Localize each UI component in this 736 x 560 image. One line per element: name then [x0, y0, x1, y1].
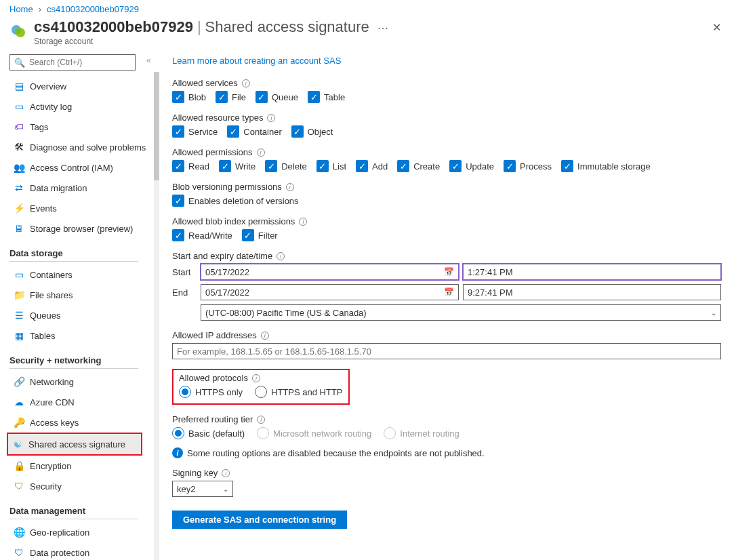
sidebar-item-file-shares[interactable]: 📁File shares — [9, 285, 156, 305]
blob-index-label: Allowed blob index permissions — [172, 216, 295, 226]
scrollbar-track[interactable] — [154, 72, 159, 560]
info-icon[interactable]: i — [222, 469, 230, 477]
sidebar-item-tags[interactable]: 🏷Tags — [9, 117, 156, 137]
info-icon[interactable]: i — [299, 218, 307, 226]
encryption-icon: 🔒 — [14, 460, 24, 471]
calendar-icon[interactable]: 📅 — [444, 287, 454, 297]
info-icon[interactable]: i — [267, 114, 275, 122]
sidebar-item-queues[interactable]: ☰Queues — [9, 305, 156, 325]
header: cs410032000beb07929 | Shared access sign… — [0, 16, 736, 54]
info-icon[interactable]: i — [257, 416, 265, 424]
section-header-data-management: Data management — [9, 506, 156, 516]
diagnose-icon: 🛠 — [14, 142, 24, 153]
sidebar-item-networking[interactable]: 🔗Networking — [9, 372, 156, 392]
end-date-input[interactable]: 05/17/2022📅 — [201, 284, 459, 300]
checkbox-readwrite[interactable]: ✓Read/Write — [172, 229, 232, 241]
sidebar: 🔍 « ▤Overview ▭Activity log 🏷Tags 🛠Diagn… — [0, 54, 156, 560]
sas-icon: ☯ — [12, 439, 23, 449]
geo-icon: 🌐 — [14, 527, 24, 538]
sidebar-item-containers[interactable]: ▭Containers — [9, 264, 156, 285]
checkbox-update[interactable]: ✓Update — [449, 160, 494, 172]
signing-key-label: Signing key — [172, 468, 218, 478]
checkbox-file[interactable]: ✓File — [216, 91, 246, 103]
checkbox-immutable[interactable]: ✓Immutable storage — [561, 160, 651, 172]
breadcrumb-home[interactable]: Home — [9, 4, 33, 14]
end-time-input[interactable]: 9:27:41 PM — [463, 284, 721, 300]
info-icon[interactable]: i — [261, 332, 269, 340]
breadcrumb: Home › cs410032000beb07929 — [0, 0, 736, 16]
checkbox-container[interactable]: ✓Container — [227, 125, 281, 138]
security-icon: 🛡 — [14, 481, 24, 492]
start-time-input[interactable]: 1:27:41 PM — [463, 264, 721, 280]
sidebar-item-diagnose[interactable]: 🛠Diagnose and solve problems — [9, 137, 156, 157]
sidebar-item-events[interactable]: ⚡Events — [9, 198, 156, 218]
start-date-input[interactable]: 05/17/2022📅 — [201, 264, 459, 280]
activity-log-icon: ▭ — [14, 101, 24, 112]
checkbox-add[interactable]: ✓Add — [356, 160, 388, 172]
sidebar-item-data-migration[interactable]: ⇄Data migration — [9, 178, 156, 198]
timezone-select[interactable]: (UTC-08:00) Pacific Time (US & Canada)⌄ — [201, 304, 721, 321]
start-label: Start — [172, 267, 197, 277]
info-icon[interactable]: i — [242, 79, 250, 87]
section-header-security: Security + networking — [9, 355, 156, 365]
allowed-services-label: Allowed services — [172, 78, 238, 88]
close-icon[interactable]: ✕ — [707, 18, 727, 37]
calendar-icon[interactable]: 📅 — [444, 267, 454, 277]
highlight-shared-access-signature: ☯Shared access signature — [7, 433, 142, 456]
generate-sas-button[interactable]: Generate SAS and connection string — [172, 511, 347, 529]
more-menu-icon[interactable]: ⋯ — [373, 22, 392, 35]
sidebar-item-azure-cdn[interactable]: ☁Azure CDN — [9, 392, 156, 412]
radio-basic[interactable]: Basic (default) — [172, 427, 245, 439]
routing-info-text: Some routing options are disabled becaus… — [187, 448, 485, 458]
containers-icon: ▭ — [14, 269, 24, 280]
radio-https-http[interactable]: HTTPS and HTTP — [255, 386, 342, 398]
section-header-data-storage: Data storage — [9, 248, 156, 258]
radio-internet-routing: Internet routing — [384, 427, 459, 439]
sidebar-item-activity-log[interactable]: ▭Activity log — [9, 96, 156, 117]
sidebar-item-security[interactable]: 🛡Security — [9, 476, 156, 496]
sidebar-item-sas[interactable]: ☯Shared access signature — [8, 434, 141, 454]
search-input[interactable] — [29, 58, 131, 67]
sidebar-item-geo-replication[interactable]: 🌐Geo-replication — [9, 522, 156, 542]
sidebar-item-data-protection[interactable]: 🛡Data protection — [9, 542, 156, 560]
migration-icon: ⇄ — [14, 182, 24, 193]
learn-more-link[interactable]: Learn more about creating an account SAS — [172, 56, 341, 66]
checkbox-blob[interactable]: ✓Blob — [172, 91, 206, 103]
checkbox-process[interactable]: ✓Process — [504, 160, 552, 172]
breadcrumb-current[interactable]: cs410032000beb07929 — [47, 4, 139, 14]
checkbox-filter[interactable]: ✓Filter — [242, 229, 278, 241]
checkbox-write[interactable]: ✓Write — [219, 160, 255, 172]
radio-ms-routing: Microsoft network routing — [257, 427, 371, 439]
sidebar-item-storage-browser[interactable]: 🖥Storage browser (preview) — [9, 218, 156, 239]
scrollbar-thumb[interactable] — [154, 72, 159, 180]
info-icon[interactable]: i — [286, 183, 294, 191]
checkbox-queue[interactable]: ✓Queue — [255, 91, 298, 103]
sidebar-item-access-keys[interactable]: 🔑Access keys — [9, 412, 156, 433]
info-icon[interactable]: i — [277, 252, 285, 260]
info-icon[interactable]: i — [252, 374, 260, 382]
allowed-protocols-label: Allowed protocols — [179, 373, 248, 383]
protection-icon: 🛡 — [14, 547, 24, 558]
checkbox-delete[interactable]: ✓Delete — [265, 160, 307, 172]
checkbox-object[interactable]: ✓Object — [291, 125, 333, 138]
breadcrumb-sep: › — [39, 4, 41, 14]
tables-icon: ▦ — [14, 330, 24, 341]
checkbox-read[interactable]: ✓Read — [172, 160, 209, 172]
checkbox-create[interactable]: ✓Create — [397, 160, 440, 172]
signing-key-select[interactable]: key2⌄ — [172, 481, 233, 497]
sidebar-item-iam[interactable]: 👥Access Control (IAM) — [9, 157, 156, 178]
checkbox-list[interactable]: ✓List — [316, 160, 346, 172]
checkbox-service[interactable]: ✓Service — [172, 125, 218, 138]
checkbox-table[interactable]: ✓Table — [308, 91, 345, 103]
sidebar-item-encryption[interactable]: 🔒Encryption — [9, 456, 156, 476]
access-keys-icon: 🔑 — [14, 417, 24, 428]
radio-https-only[interactable]: HTTPS only — [179, 386, 243, 398]
sidebar-item-overview[interactable]: ▤Overview — [9, 76, 156, 96]
cdn-icon: ☁ — [14, 397, 24, 407]
search-box[interactable]: 🔍 — [9, 54, 136, 71]
info-icon[interactable]: i — [257, 148, 265, 157]
ip-input[interactable] — [172, 343, 721, 359]
collapse-sidebar-icon[interactable]: « — [146, 56, 151, 65]
checkbox-enable-deletion[interactable]: ✓Enables deletion of versions — [172, 195, 299, 207]
sidebar-item-tables[interactable]: ▦Tables — [9, 325, 156, 346]
